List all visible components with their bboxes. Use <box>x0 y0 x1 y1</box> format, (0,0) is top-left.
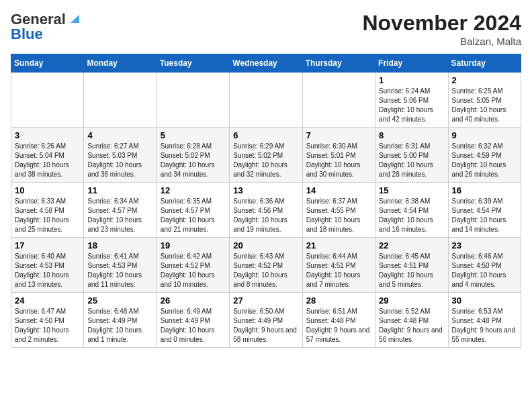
day-info: Sunrise: 6:27 AM Sunset: 5:03 PM Dayligh… <box>87 142 152 179</box>
day-number: 11 <box>87 185 152 195</box>
day-number: 26 <box>161 295 226 306</box>
day-number: 7 <box>306 130 371 140</box>
calendar-cell: 30Sunrise: 6:53 AM Sunset: 4:48 PM Dayli… <box>448 293 521 348</box>
day-number: 21 <box>306 240 371 250</box>
calendar-cell: 18Sunrise: 6:41 AM Sunset: 4:53 PM Dayli… <box>84 238 157 293</box>
day-info: Sunrise: 6:33 AM Sunset: 4:58 PM Dayligh… <box>15 197 80 234</box>
day-number: 2 <box>452 75 517 85</box>
calendar-cell: 24Sunrise: 6:47 AM Sunset: 4:50 PM Dayli… <box>11 293 84 348</box>
day-info: Sunrise: 6:32 AM Sunset: 4:59 PM Dayligh… <box>452 142 517 179</box>
day-number: 1 <box>379 75 444 85</box>
day-info: Sunrise: 6:36 AM Sunset: 4:56 PM Dayligh… <box>233 197 298 234</box>
column-header-monday: Monday <box>84 54 157 73</box>
calendar-cell <box>230 73 302 128</box>
calendar-cell: 6Sunrise: 6:29 AM Sunset: 5:02 PM Daylig… <box>230 128 302 183</box>
location: Balzan, Malta <box>362 36 521 47</box>
calendar-cell: 22Sunrise: 6:45 AM Sunset: 4:51 PM Dayli… <box>375 238 448 293</box>
calendar-cell: 20Sunrise: 6:43 AM Sunset: 4:52 PM Dayli… <box>230 238 302 293</box>
column-header-friday: Friday <box>375 54 448 73</box>
day-info: Sunrise: 6:26 AM Sunset: 5:04 PM Dayligh… <box>15 142 80 179</box>
day-number: 16 <box>452 185 517 195</box>
day-info: Sunrise: 6:38 AM Sunset: 4:54 PM Dayligh… <box>379 197 444 234</box>
day-number: 4 <box>87 130 152 140</box>
day-number: 12 <box>161 185 226 195</box>
day-number: 3 <box>15 130 80 140</box>
day-number: 9 <box>452 130 517 140</box>
calendar-cell: 17Sunrise: 6:40 AM Sunset: 4:53 PM Dayli… <box>11 238 84 293</box>
day-info: Sunrise: 6:29 AM Sunset: 5:02 PM Dayligh… <box>233 142 298 179</box>
day-info: Sunrise: 6:40 AM Sunset: 4:53 PM Dayligh… <box>15 252 80 289</box>
calendar-body: 1Sunrise: 6:24 AM Sunset: 5:06 PM Daylig… <box>11 73 521 348</box>
calendar-cell: 3Sunrise: 6:26 AM Sunset: 5:04 PM Daylig… <box>11 128 84 183</box>
day-info: Sunrise: 6:28 AM Sunset: 5:02 PM Dayligh… <box>161 142 226 179</box>
day-number: 13 <box>233 185 298 195</box>
calendar-cell: 23Sunrise: 6:46 AM Sunset: 4:50 PM Dayli… <box>448 238 521 293</box>
day-info: Sunrise: 6:52 AM Sunset: 4:48 PM Dayligh… <box>379 307 444 345</box>
calendar-cell: 8Sunrise: 6:31 AM Sunset: 5:00 PM Daylig… <box>375 128 448 183</box>
calendar-cell <box>11 73 84 128</box>
week-row-5: 24Sunrise: 6:47 AM Sunset: 4:50 PM Dayli… <box>11 293 521 348</box>
day-info: Sunrise: 6:37 AM Sunset: 4:55 PM Dayligh… <box>306 197 371 234</box>
day-number: 17 <box>15 240 80 250</box>
calendar-cell: 16Sunrise: 6:39 AM Sunset: 4:54 PM Dayli… <box>448 183 521 238</box>
day-number: 24 <box>15 295 80 306</box>
column-header-saturday: Saturday <box>448 54 521 73</box>
day-number: 14 <box>306 185 371 195</box>
month-title: November 2024 <box>362 11 521 36</box>
calendar-cell: 28Sunrise: 6:51 AM Sunset: 4:48 PM Dayli… <box>302 293 375 348</box>
calendar-cell: 26Sunrise: 6:49 AM Sunset: 4:49 PM Dayli… <box>157 293 229 348</box>
logo-icon <box>67 12 79 24</box>
calendar-cell: 4Sunrise: 6:27 AM Sunset: 5:03 PM Daylig… <box>84 128 157 183</box>
calendar-cell: 15Sunrise: 6:38 AM Sunset: 4:54 PM Dayli… <box>375 183 448 238</box>
day-number: 22 <box>379 240 444 250</box>
calendar-cell: 27Sunrise: 6:50 AM Sunset: 4:49 PM Dayli… <box>230 293 302 348</box>
calendar-cell <box>302 73 375 128</box>
column-header-thursday: Thursday <box>302 54 375 73</box>
calendar-cell: 12Sunrise: 6:35 AM Sunset: 4:57 PM Dayli… <box>157 183 229 238</box>
day-number: 28 <box>306 295 371 306</box>
calendar-cell <box>84 73 157 128</box>
day-info: Sunrise: 6:42 AM Sunset: 4:52 PM Dayligh… <box>161 252 226 289</box>
day-number: 10 <box>15 185 80 195</box>
calendar-cell: 9Sunrise: 6:32 AM Sunset: 4:59 PM Daylig… <box>448 128 521 183</box>
day-number: 5 <box>161 130 226 140</box>
day-info: Sunrise: 6:46 AM Sunset: 4:50 PM Dayligh… <box>452 252 517 289</box>
week-row-3: 10Sunrise: 6:33 AM Sunset: 4:58 PM Dayli… <box>11 183 521 238</box>
day-number: 20 <box>233 240 298 250</box>
calendar-cell: 13Sunrise: 6:36 AM Sunset: 4:56 PM Dayli… <box>230 183 302 238</box>
week-row-2: 3Sunrise: 6:26 AM Sunset: 5:04 PM Daylig… <box>11 128 521 183</box>
day-info: Sunrise: 6:35 AM Sunset: 4:57 PM Dayligh… <box>161 197 226 234</box>
day-info: Sunrise: 6:48 AM Sunset: 4:49 PM Dayligh… <box>87 307 152 345</box>
column-header-wednesday: Wednesday <box>230 54 302 73</box>
calendar-cell: 2Sunrise: 6:25 AM Sunset: 5:05 PM Daylig… <box>448 73 521 128</box>
calendar-cell: 19Sunrise: 6:42 AM Sunset: 4:52 PM Dayli… <box>157 238 229 293</box>
day-info: Sunrise: 6:43 AM Sunset: 4:52 PM Dayligh… <box>233 252 298 289</box>
calendar-cell: 11Sunrise: 6:34 AM Sunset: 4:57 PM Dayli… <box>84 183 157 238</box>
calendar-cell <box>157 73 229 128</box>
calendar-cell: 5Sunrise: 6:28 AM Sunset: 5:02 PM Daylig… <box>157 128 229 183</box>
day-number: 23 <box>452 240 517 250</box>
day-info: Sunrise: 6:44 AM Sunset: 4:51 PM Dayligh… <box>306 252 371 289</box>
day-number: 27 <box>233 295 298 306</box>
calendar-cell: 1Sunrise: 6:24 AM Sunset: 5:06 PM Daylig… <box>375 73 448 128</box>
day-info: Sunrise: 6:49 AM Sunset: 4:49 PM Dayligh… <box>161 307 226 345</box>
calendar-cell: 29Sunrise: 6:52 AM Sunset: 4:48 PM Dayli… <box>375 293 448 348</box>
day-number: 8 <box>379 130 444 140</box>
logo: General Blue <box>11 11 79 43</box>
calendar-cell: 25Sunrise: 6:48 AM Sunset: 4:49 PM Dayli… <box>84 293 157 348</box>
day-number: 18 <box>87 240 152 250</box>
calendar-cell: 7Sunrise: 6:30 AM Sunset: 5:01 PM Daylig… <box>302 128 375 183</box>
calendar-cell: 14Sunrise: 6:37 AM Sunset: 4:55 PM Dayli… <box>302 183 375 238</box>
header: General Blue November 2024 Balzan, Malta <box>11 11 521 47</box>
day-info: Sunrise: 6:25 AM Sunset: 5:05 PM Dayligh… <box>452 87 517 124</box>
week-row-4: 17Sunrise: 6:40 AM Sunset: 4:53 PM Dayli… <box>11 238 521 293</box>
svg-marker-0 <box>71 15 79 23</box>
logo-blue-text: Blue <box>11 26 43 43</box>
title-area: November 2024 Balzan, Malta <box>362 11 521 47</box>
day-info: Sunrise: 6:45 AM Sunset: 4:51 PM Dayligh… <box>379 252 444 289</box>
day-info: Sunrise: 6:47 AM Sunset: 4:50 PM Dayligh… <box>15 307 80 345</box>
day-number: 25 <box>87 295 152 306</box>
calendar-table: SundayMondayTuesdayWednesdayThursdayFrid… <box>11 54 521 348</box>
column-header-tuesday: Tuesday <box>157 54 229 73</box>
calendar-cell: 10Sunrise: 6:33 AM Sunset: 4:58 PM Dayli… <box>11 183 84 238</box>
